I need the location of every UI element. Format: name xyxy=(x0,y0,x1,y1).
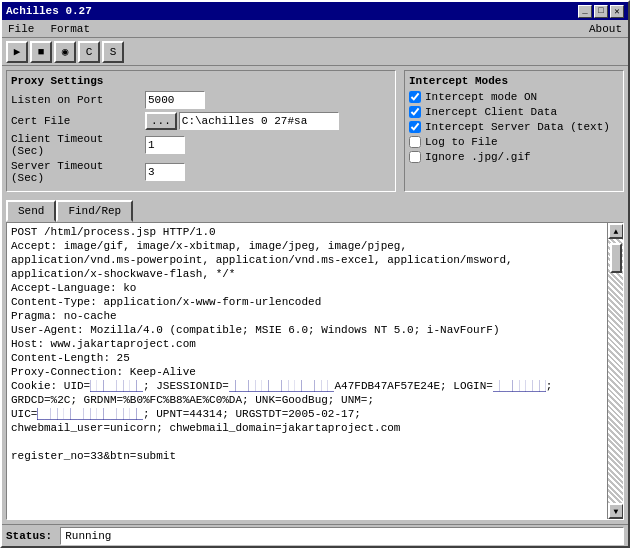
status-text: Running xyxy=(65,530,111,542)
scroll-thumb[interactable] xyxy=(610,243,622,273)
maximize-button[interactable]: □ xyxy=(594,5,608,18)
connect-icon: C xyxy=(86,46,93,58)
menu-about[interactable]: About xyxy=(585,22,626,36)
intercept-client-checkbox[interactable] xyxy=(409,106,421,118)
title-bar: Achilles 0.27 _ □ ✕ xyxy=(2,2,628,20)
cert-file-row: Cert File ... xyxy=(11,112,391,130)
title-buttons: _ □ ✕ xyxy=(578,5,624,18)
send-tab[interactable]: Send xyxy=(6,200,56,222)
cert-file-controls: ... xyxy=(145,112,339,130)
status-bar: Status: Running xyxy=(2,524,628,546)
stop-icon: ■ xyxy=(38,46,45,58)
intercept-server-row: Intercept Server Data (text) xyxy=(409,121,619,133)
find-rep-tab[interactable]: Find/Rep xyxy=(56,200,133,222)
cert-file-input[interactable] xyxy=(179,112,339,130)
menu-format[interactable]: Format xyxy=(46,22,94,36)
proxy-settings-panel: Proxy Settings Listen on Port Cert File … xyxy=(6,70,396,192)
text-area-container: POST /html/process.jsp HTTP/1.0 Accept: … xyxy=(6,222,624,520)
stop-button[interactable]: ■ xyxy=(30,41,52,63)
menu-bar-left: File Format xyxy=(4,22,94,36)
intercept-client-label: Inercept Client Data xyxy=(425,106,557,118)
intercept-mode-on-row: Intercept mode ON xyxy=(409,91,619,103)
window-title: Achilles 0.27 xyxy=(6,5,92,17)
menu-file[interactable]: File xyxy=(4,22,38,36)
cert-browse-button[interactable]: ... xyxy=(145,112,177,130)
server-timeout-row: Server Timeout (Sec) xyxy=(11,160,391,184)
status-label: Status: xyxy=(6,530,52,542)
status-value: Running xyxy=(60,527,624,545)
ignore-jpg-gif-row: Ignore .jpg/.gif xyxy=(409,151,619,163)
intercept-server-label: Intercept Server Data (text) xyxy=(425,121,610,133)
log-to-file-label: Log to File xyxy=(425,136,498,148)
client-timeout-input[interactable] xyxy=(145,136,185,154)
intercept-mode-on-checkbox[interactable] xyxy=(409,91,421,103)
intercept-modes-title: Intercept Modes xyxy=(409,75,619,87)
proxy-settings-title: Proxy Settings xyxy=(11,75,391,87)
log-to-file-checkbox[interactable] xyxy=(409,136,421,148)
title-bar-left: Achilles 0.27 xyxy=(6,5,92,17)
close-button[interactable]: ✕ xyxy=(610,5,624,18)
ignore-jpg-gif-checkbox[interactable] xyxy=(409,151,421,163)
listen-port-input[interactable] xyxy=(145,91,205,109)
toolbar: ▶ ■ ◉ C S xyxy=(2,38,628,66)
http-content[interactable]: POST /html/process.jsp HTTP/1.0 Accept: … xyxy=(7,223,607,519)
save-icon: S xyxy=(110,46,117,58)
listen-port-row: Listen on Port xyxy=(11,91,391,109)
save-button[interactable]: S xyxy=(102,41,124,63)
menu-bar: File Format About xyxy=(2,20,628,38)
log-to-file-row: Log to File xyxy=(409,136,619,148)
scroll-up-button[interactable]: ▲ xyxy=(608,223,624,239)
client-timeout-row: Client Timeout (Sec) xyxy=(11,133,391,157)
intercept-client-row: Inercept Client Data xyxy=(409,106,619,118)
client-timeout-label: Client Timeout (Sec) xyxy=(11,133,141,157)
connect-button[interactable]: C xyxy=(78,41,100,63)
intercept-modes-panel: Intercept Modes Intercept mode ON Inerce… xyxy=(404,70,624,192)
main-window: Achilles 0.27 _ □ ✕ File Format About ▶ … xyxy=(0,0,630,548)
cert-file-label: Cert File xyxy=(11,115,141,127)
settings-row: Proxy Settings Listen on Port Cert File … xyxy=(6,70,624,192)
minimize-button[interactable]: _ xyxy=(578,5,592,18)
play-button[interactable]: ▶ xyxy=(6,41,28,63)
scrollbar: ▲ ▼ xyxy=(607,223,623,519)
listen-port-label: Listen on Port xyxy=(11,94,141,106)
play-icon: ▶ xyxy=(14,45,21,58)
ignore-jpg-gif-label: Ignore .jpg/.gif xyxy=(425,151,531,163)
server-timeout-label: Server Timeout (Sec) xyxy=(11,160,141,184)
intercept-mode-on-label: Intercept mode ON xyxy=(425,91,537,103)
scroll-track[interactable] xyxy=(608,239,623,503)
pause-icon: ◉ xyxy=(62,45,69,58)
pause-button[interactable]: ◉ xyxy=(54,41,76,63)
server-timeout-input[interactable] xyxy=(145,163,185,181)
scroll-down-button[interactable]: ▼ xyxy=(608,503,624,519)
main-area: Proxy Settings Listen on Port Cert File … xyxy=(2,66,628,524)
intercept-server-checkbox[interactable] xyxy=(409,121,421,133)
tab-bar: Send Find/Rep xyxy=(6,200,624,222)
